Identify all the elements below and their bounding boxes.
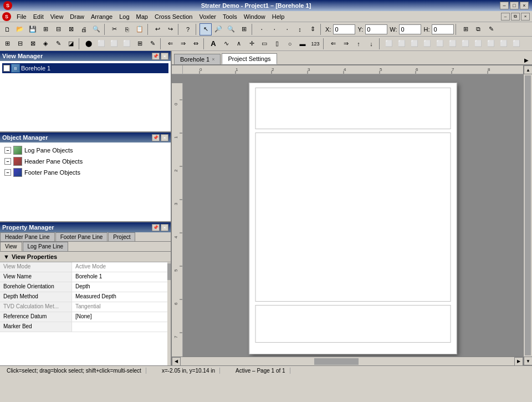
tb-btn-7[interactable]: 🖨 [78,23,90,35]
tb-extra-1[interactable]: ⊞ [459,23,472,35]
tb2-25[interactable]: ⇐ [327,38,339,50]
om-log-pane[interactable]: – Log Pane Objects [2,145,168,156]
scroll-up-button[interactable]: ▲ [524,65,532,74]
tab-project[interactable]: Project [108,232,135,241]
tb2-37[interactable]: ⬜ [485,38,497,50]
property-manager-pin[interactable]: 📌 [152,224,160,231]
tb2-5[interactable]: ✎ [52,38,64,50]
tb2-14[interactable]: ⇒ [177,38,189,50]
menu-log[interactable]: Log [116,12,132,21]
tb2-8[interactable]: ⬜ [95,38,108,50]
paste-button[interactable]: 📋 [134,23,146,35]
tb2-2[interactable]: ⊟ [14,38,26,50]
zoom-fit-button[interactable]: ⊞ [238,23,250,35]
menu-tools[interactable]: Tools [219,12,241,21]
tb-nav-5[interactable]: ⇕ [306,23,319,35]
tb2-34[interactable]: ⬜ [447,38,459,50]
tb2-28[interactable]: ↓ [365,38,377,50]
tb2-30[interactable]: ⬜ [396,38,408,50]
tb-nav-4[interactable]: ↕ [294,23,306,35]
tb2-10[interactable]: ⬜ [121,38,133,50]
prop-val-borehole-orient[interactable]: Depth [72,282,167,292]
x-input[interactable] [333,24,355,34]
scroll-track-h[interactable] [181,357,514,366]
collapse-icon[interactable]: ▼ [3,253,9,260]
tb2-16[interactable]: A [207,38,219,50]
tb2-22[interactable]: ○ [284,38,296,50]
select-tool[interactable]: ↖ [200,23,212,35]
prop-val-ref-datum[interactable]: [None] [72,312,167,322]
tb-btn-6[interactable]: ⊠ [65,23,77,35]
tab-project-settings[interactable]: Project Settings [222,53,277,64]
tb2-19[interactable]: ✛ [245,38,258,50]
sub-close-button[interactable]: × [521,13,530,21]
tb2-27[interactable]: ↑ [352,38,365,50]
tab-borehole1[interactable]: Borehole 1 × [174,54,221,64]
scroll-left-button[interactable]: ◀ [172,357,181,366]
copy-button[interactable]: ⎘ [121,23,133,35]
new-button[interactable]: 🗋 [1,23,13,35]
tb2-7[interactable]: ⬤ [83,38,95,50]
menu-file[interactable]: File [13,12,30,21]
view-manager-close[interactable]: × [161,53,168,60]
w-input[interactable] [399,24,421,34]
save-button[interactable]: 💾 [27,23,39,35]
expand-header[interactable]: – [4,158,11,165]
sub-minimize-button[interactable]: – [501,13,510,21]
tab-footer-pane-line[interactable]: Footer Pane Line [55,232,108,241]
tab-arrow[interactable]: ▶ [523,56,530,64]
tb2-39[interactable]: ⬜ [510,38,523,50]
zoom-in-button[interactable]: 🔎 [212,23,224,35]
tb-btn-5[interactable]: ⊟ [52,23,64,35]
tb2-18[interactable]: ∧ [233,38,245,50]
tb2-1[interactable]: ⊞ [1,38,13,50]
tab-log-pane-line[interactable]: Log Pane Line [23,242,69,251]
tab-view[interactable]: View [0,242,22,251]
tab-borehole1-close[interactable]: × [212,57,214,62]
menu-cross-section[interactable]: Cross Section [151,12,196,21]
zoom-out-button[interactable]: 🔍 [225,23,237,35]
minimize-button[interactable]: – [500,2,509,9]
menu-help[interactable]: Help [269,12,288,21]
tb2-32[interactable]: ⬜ [421,38,433,50]
tb2-3[interactable]: ⊠ [27,38,39,50]
menu-view[interactable]: View [47,12,67,21]
tb2-33[interactable]: ⬜ [434,38,446,50]
tb-nav-2[interactable]: ⬝ [268,23,280,35]
close-button[interactable]: × [520,2,529,9]
tb2-21[interactable]: ▯ [271,38,283,50]
tb2-6[interactable]: ◪ [65,38,77,50]
sub-restore-button[interactable]: ⧉ [511,13,520,21]
tb2-13[interactable]: ⇐ [164,38,176,50]
tb2-36[interactable]: ⬜ [472,38,484,50]
maximize-button[interactable]: □ [510,2,519,9]
om-header-pane[interactable]: – Header Pane Objects [2,156,168,167]
tb-extra-3[interactable]: ✎ [485,23,497,35]
tab-header-pane-line[interactable]: Header Pane Line [0,232,55,241]
menu-window[interactable]: Window [241,12,269,21]
prop-val-depth-method[interactable]: Measured Depth [72,292,167,302]
tb2-15[interactable]: ⇔ [190,38,202,50]
prop-scrollbar-thumb[interactable] [167,263,171,280]
tb2-9[interactable]: ⬜ [108,38,120,50]
tb2-38[interactable]: ⬜ [498,38,510,50]
tb2-23[interactable]: ▬ [296,38,309,50]
tb2-11[interactable]: ⊞ [134,38,146,50]
scroll-right-button[interactable]: ▶ [514,357,523,366]
tb-btn-8[interactable]: 🔍 [90,23,103,35]
object-manager-pin[interactable]: 📌 [152,134,160,141]
object-manager-close[interactable]: × [161,134,168,141]
tb2-17[interactable]: ∿ [220,38,232,50]
redo-button[interactable]: ↪ [164,23,176,35]
prop-scrollbar[interactable] [167,262,171,365]
open-button[interactable]: 📂 [14,23,26,35]
om-footer-pane[interactable]: – Footer Pane Objects [2,167,168,178]
property-manager-close[interactable]: × [161,224,168,231]
menu-edit[interactable]: Edit [30,12,47,21]
expand-log[interactable]: – [4,147,11,154]
cut-button[interactable]: ✂ [108,23,120,35]
y-input[interactable] [365,24,387,34]
tb2-35[interactable]: ⬜ [459,38,472,50]
tb-nav-1[interactable]: ⬝ [255,23,268,35]
view-manager-pin[interactable]: 📌 [152,53,160,60]
